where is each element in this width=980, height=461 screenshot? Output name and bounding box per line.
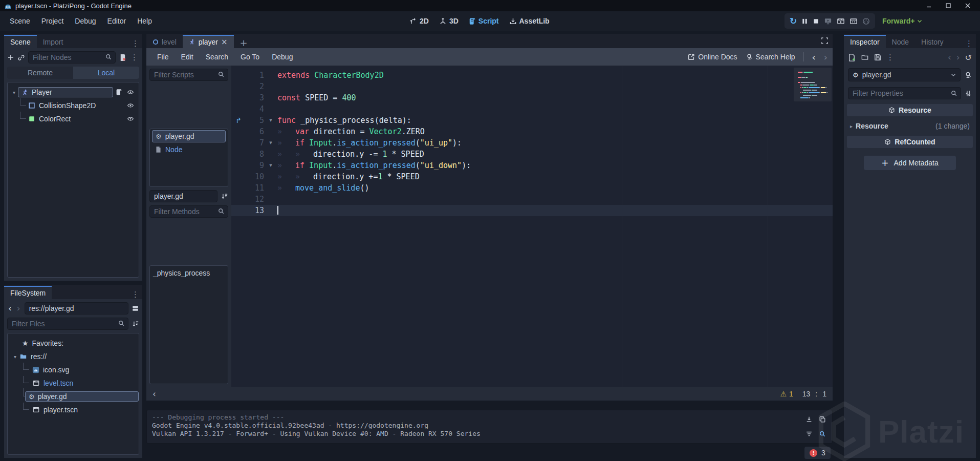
minimize-button[interactable]	[926, 3, 932, 9]
tree-row-collisionshape2d[interactable]: CollisionShape2D	[8, 99, 139, 112]
instance-scene-link-icon[interactable]	[17, 54, 25, 61]
renderer-dropdown[interactable]: Forward+	[882, 11, 922, 31]
local-button[interactable]: Local	[73, 67, 139, 79]
script-item-node-doc[interactable]: Node	[152, 143, 226, 156]
script-menu-goto[interactable]: Go To	[235, 51, 265, 63]
resource-extra-menu-icon[interactable]: ⋮	[886, 53, 894, 62]
play-custom-scene-icon[interactable]	[850, 17, 858, 25]
script-name-field[interactable]	[149, 190, 217, 202]
file-row-root[interactable]: ▾ res://	[8, 350, 139, 363]
open-docs-for-object-icon[interactable]	[964, 71, 972, 79]
code-line[interactable]: 12	[231, 194, 833, 205]
fold-caret-icon[interactable]: ▾	[264, 160, 277, 171]
code-line[interactable]: 6»var direction = Vector2.ZERO	[231, 126, 833, 137]
minimap[interactable]	[794, 68, 832, 385]
scroll-to-bottom-icon[interactable]	[802, 412, 816, 427]
code-line[interactable]: 3const SPEED = 400	[231, 92, 833, 103]
new-scene-tab-icon[interactable]: +	[234, 37, 254, 48]
history-back-icon[interactable]: ‹	[812, 52, 816, 62]
menu-scene[interactable]: Scene	[4, 15, 36, 27]
warning-counter[interactable]: ⚠ 1	[780, 390, 793, 398]
resource-section-row[interactable]: ▸ Resource (1 change)	[847, 120, 973, 132]
collapse-scripts-panel-icon[interactable]: ‹	[153, 389, 156, 399]
menu-help[interactable]: Help	[132, 15, 158, 27]
filter-scripts-input[interactable]	[149, 69, 228, 81]
file-row-favorites[interactable]: ★ Favorites:	[8, 337, 139, 350]
search-help-button[interactable]: Search Help	[746, 53, 795, 61]
fold-caret-icon[interactable]: ▾	[264, 137, 277, 149]
inspector-menu-icon[interactable]: ⋮	[962, 39, 976, 48]
split-view-icon[interactable]	[132, 305, 139, 312]
tab-node[interactable]: Node	[886, 35, 915, 48]
script-menu-debug[interactable]: Debug	[266, 51, 298, 63]
error-counter[interactable]: ! 3	[804, 447, 831, 459]
code-line[interactable]: 13	[231, 205, 833, 216]
filter-nodes-input[interactable]	[28, 51, 116, 64]
script-menu-search[interactable]: Search	[200, 51, 234, 63]
stop-icon[interactable]	[813, 18, 819, 25]
detach-script-icon[interactable]	[119, 54, 126, 61]
script-item-player-gd[interactable]: ⚙ player.gd	[152, 130, 226, 142]
code-line[interactable]: 8»»direction.y -= 1 * SPEED	[231, 149, 833, 160]
add-metadata-button[interactable]: + Add Metadata	[864, 156, 956, 170]
tab-filesystem[interactable]: FileSystem	[4, 286, 52, 299]
tree-row-colorrect[interactable]: ColorRect	[8, 112, 139, 125]
maximize-button[interactable]	[945, 3, 951, 9]
file-row-level-tscn[interactable]: level.tscn	[8, 376, 139, 390]
script-menu-file[interactable]: File	[151, 51, 175, 63]
play-scene-icon[interactable]	[837, 17, 845, 25]
code-line[interactable]: 7▾»if Input.is_action_pressed("ui_up"):	[231, 137, 833, 149]
filter-files-input[interactable]	[7, 318, 128, 330]
inspector-tools-icon[interactable]	[965, 90, 972, 97]
save-icon[interactable]	[874, 54, 881, 61]
menu-project[interactable]: Project	[36, 15, 70, 27]
copy-output-icon[interactable]	[816, 412, 829, 427]
tree-row-player[interactable]: ▾ Player	[8, 86, 139, 99]
load-resource-folder-icon[interactable]	[861, 54, 869, 61]
edit-forward-icon[interactable]: ›	[956, 52, 960, 62]
restart-icon[interactable]: ↻	[790, 16, 797, 26]
workspace-3d-button[interactable]: 3D	[439, 17, 459, 25]
scene-tab-level[interactable]: level	[146, 35, 183, 48]
pause-icon[interactable]	[801, 18, 808, 25]
scene-tree-menu-icon[interactable]: ⋮	[129, 53, 139, 62]
menu-debug[interactable]: Debug	[69, 15, 101, 27]
code-line[interactable]: 2	[231, 81, 833, 92]
menu-editor[interactable]: Editor	[102, 15, 132, 27]
tab-inspector[interactable]: Inspector	[844, 35, 886, 48]
code-line[interactable]: 11»move_and_slide()	[231, 182, 833, 194]
edit-history-icon[interactable]: ↺	[965, 53, 972, 62]
tab-import[interactable]: Import	[37, 35, 70, 48]
workspace-2d-button[interactable]: 2D	[409, 17, 429, 25]
sort-methods-icon[interactable]	[221, 193, 228, 200]
script-menu-edit[interactable]: Edit	[176, 51, 199, 63]
online-docs-button[interactable]: Online Docs	[688, 53, 737, 61]
filesystem-menu-icon[interactable]: ⋮	[128, 290, 142, 299]
scene-dock-menu-icon[interactable]: ⋮	[128, 39, 142, 48]
search-output-icon[interactable]	[816, 427, 829, 441]
visibility-eye-icon[interactable]	[126, 89, 135, 96]
collapse-caret-icon[interactable]: ▾	[14, 354, 16, 360]
file-row-player-gd[interactable]: ⚙ player.gd	[8, 390, 139, 403]
code-line[interactable]: ↱5▾func _physics_process(delta):	[231, 115, 833, 126]
tab-scene[interactable]: Scene	[4, 35, 37, 48]
history-forward-icon[interactable]: ›	[824, 52, 827, 62]
sort-files-icon[interactable]	[132, 320, 139, 327]
remote-button[interactable]: Remote	[7, 67, 73, 79]
filter-properties-input[interactable]	[848, 87, 961, 99]
code-line[interactable]: 9▾»if Input.is_action_pressed("ui_down")…	[231, 160, 833, 171]
edited-object-dropdown[interactable]: ⚙ player.gd	[848, 68, 961, 81]
filter-output-icon[interactable]	[802, 427, 816, 441]
new-resource-icon[interactable]	[848, 54, 856, 61]
collapse-caret-icon[interactable]: ▾	[13, 90, 15, 95]
category-refcounted[interactable]: RefCounted	[847, 136, 973, 148]
scene-tab-player[interactable]: player ×	[183, 35, 234, 48]
filter-methods-input[interactable]	[149, 205, 228, 218]
file-row-player-tscn[interactable]: player.tscn	[8, 403, 139, 416]
remote-debug-monitor-icon[interactable]	[824, 17, 832, 25]
attached-script-icon[interactable]	[116, 89, 122, 96]
current-path-field[interactable]	[25, 302, 128, 315]
movie-maker-icon[interactable]	[862, 17, 870, 25]
close-tab-icon[interactable]: ×	[221, 37, 228, 47]
nav-forward-icon[interactable]: ›	[16, 303, 21, 313]
